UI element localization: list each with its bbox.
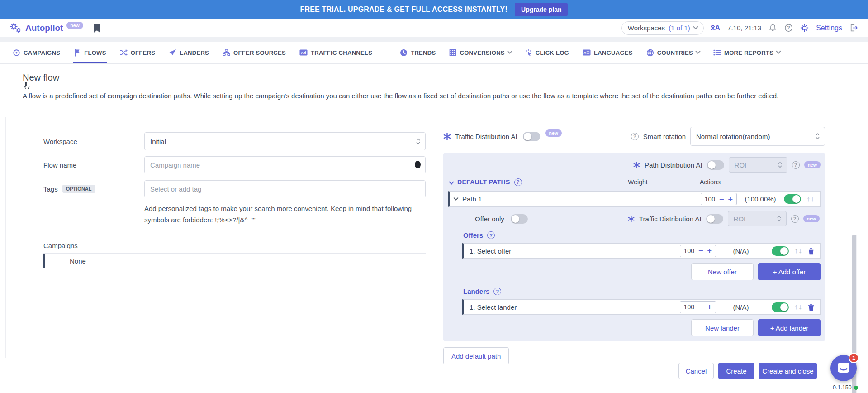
smart-rotation-select[interactable]: Normal rotation(random): [690, 127, 825, 146]
flow-form: Workspace Initial Flow name Tags OPTIONA…: [6, 117, 436, 358]
pda-help-icon[interactable]: ?: [792, 161, 800, 169]
move-up-icon[interactable]: ↑: [794, 247, 798, 254]
nav-item-traffic-channels[interactable]: Ad TRAFFIC CHANNELS: [299, 42, 372, 63]
path-distribution-ai-toggle[interactable]: [707, 160, 724, 170]
nav-item-campaigns[interactable]: CAMPAIGNS: [13, 42, 60, 63]
weight-value[interactable]: 100: [684, 247, 694, 254]
add-offer-button[interactable]: + Add offer: [758, 263, 821, 280]
nav-item-more-reports[interactable]: MORE REPORTS: [713, 42, 780, 63]
bookmark-icon[interactable]: [94, 24, 100, 33]
nav-item-offer-sources[interactable]: OFFER SOURCES: [223, 42, 286, 63]
nav-item-offers[interactable]: OFFERS: [120, 42, 156, 63]
app-logo[interactable]: Autopilot: [25, 23, 63, 33]
trial-banner-text: FREE TRIAL. UPGRADE & GET FULL ACCESS IN…: [300, 5, 508, 14]
pda-roi-select[interactable]: ROI: [729, 157, 787, 173]
move-up-icon[interactable]: ↑: [806, 195, 811, 203]
language-box-icon: A: [583, 49, 591, 56]
smart-rotation-help-icon[interactable]: ?: [631, 133, 639, 140]
offer-only-toggle[interactable]: [511, 214, 528, 224]
nav-divider: [386, 47, 386, 58]
workspace-select[interactable]: Initial: [144, 132, 426, 150]
logout-icon[interactable]: [849, 24, 858, 32]
traffic-distribution-ai-label: Traffic Distribution AI: [455, 133, 517, 140]
path-enabled-toggle[interactable]: [784, 194, 801, 204]
nav-item-trends[interactable]: TRENDS: [400, 42, 436, 63]
delete-lander-icon[interactable]: [808, 303, 815, 311]
default-paths-collapse-icon[interactable]: [449, 179, 454, 184]
traffic-distribution-ai-toggle[interactable]: [523, 132, 540, 141]
gear-icon[interactable]: [800, 24, 809, 32]
header-separator: [0, 37, 868, 42]
row-divider: [766, 301, 766, 313]
nav-item-flows[interactable]: FLOWS: [74, 42, 106, 63]
nav-item-conversions[interactable]: CONVERSIONS: [449, 42, 511, 63]
default-paths-help-icon[interactable]: ?: [514, 178, 522, 186]
new-offer-button[interactable]: New offer: [691, 263, 754, 280]
select-chevrons-icon: [778, 161, 783, 169]
paths-panel: Traffic Distribution AI new ? Smart rota…: [436, 117, 863, 358]
lander-weight-stepper[interactable]: 100 − +: [680, 301, 716, 313]
minus-button[interactable]: −: [719, 195, 724, 203]
lander-row-label[interactable]: 1. Select lander: [470, 303, 517, 311]
upgrade-plan-button[interactable]: Upgrade plan: [515, 3, 568, 16]
nav-item-landers[interactable]: LANDERS: [169, 42, 209, 63]
offer-row-label[interactable]: 1. Select offer: [470, 247, 511, 255]
move-down-icon[interactable]: ↓: [798, 303, 802, 311]
flow-editor: Workspace Initial Flow name Tags OPTIONA…: [5, 117, 863, 358]
move-down-icon[interactable]: ↓: [811, 195, 815, 203]
offer-weight-stepper[interactable]: 100 − +: [680, 245, 716, 257]
path-weight-stepper[interactable]: 100 − +: [701, 193, 737, 205]
help-circle-icon[interactable]: ?: [784, 24, 793, 32]
workspace-label: Workspace: [43, 138, 144, 145]
chat-widget-button[interactable]: 1: [830, 355, 857, 381]
path-tda-help-icon[interactable]: ?: [791, 215, 799, 223]
weight-value[interactable]: 100: [705, 196, 715, 203]
name-generator-dot-icon[interactable]: [415, 161, 421, 168]
minus-button[interactable]: −: [698, 247, 703, 255]
lander-enabled-toggle[interactable]: [772, 302, 789, 312]
offers-section: Offers ? 1. Select offer 100 − + (N/A): [462, 231, 821, 280]
move-down-icon[interactable]: ↓: [798, 247, 802, 254]
nav-item-click-log[interactable]: CLICK LOG: [525, 42, 569, 63]
optional-badge: OPTIONAL: [62, 185, 95, 193]
path-tda-toggle[interactable]: [706, 214, 723, 224]
smart-rotation-value: Normal rotation(random): [696, 133, 770, 140]
create-and-close-button[interactable]: Create and close: [759, 363, 817, 379]
new-lander-button[interactable]: New lander: [691, 319, 754, 336]
svg-text:A: A: [583, 51, 587, 55]
globe-icon: [646, 49, 654, 57]
chevron-down-icon: [693, 24, 698, 29]
offer-enabled-toggle[interactable]: [772, 246, 789, 256]
ai-sparkle-icon: [633, 162, 640, 168]
create-button[interactable]: Create: [718, 363, 754, 379]
landers-help-icon[interactable]: ?: [493, 288, 501, 295]
pda-roi-value: ROI: [735, 161, 747, 169]
plus-button[interactable]: +: [707, 303, 712, 311]
plus-button[interactable]: +: [728, 195, 733, 203]
flow-name-input[interactable]: [144, 156, 426, 173]
notifications-bell-icon[interactable]: [768, 24, 777, 32]
tags-input[interactable]: [144, 180, 426, 197]
clock-icon: [400, 49, 408, 57]
weight-value[interactable]: 100: [684, 303, 694, 311]
plus-button[interactable]: +: [707, 247, 712, 255]
nav-item-languages[interactable]: A LANGUAGES: [583, 42, 633, 63]
offers-help-icon[interactable]: ?: [487, 231, 495, 239]
trial-banner: FREE TRIAL. UPGRADE & GET FULL ACCESS IN…: [0, 0, 868, 19]
smart-rotation-label: Smart rotation: [643, 133, 686, 140]
add-lander-button[interactable]: + Add lander: [758, 319, 821, 336]
cancel-button[interactable]: Cancel: [678, 363, 714, 379]
main-nav: CAMPAIGNS FLOWS OFFERS LANDERS OFFER SOU…: [0, 42, 868, 64]
delete-offer-icon[interactable]: [808, 247, 815, 255]
status-dot-icon: [854, 386, 858, 390]
translate-icon[interactable]: x̄A: [711, 24, 720, 32]
workspaces-selector[interactable]: Workspaces (1 of 1): [621, 21, 704, 35]
minus-button[interactable]: −: [698, 303, 703, 311]
path-tda-roi-select[interactable]: ROI: [728, 211, 787, 226]
move-up-icon[interactable]: ↑: [794, 303, 798, 311]
landers-section: Landers ? 1. Select lander 100 − + (N/A): [462, 288, 821, 336]
path-collapse-icon[interactable]: [453, 195, 458, 200]
lander-weight-stat: (N/A): [721, 303, 760, 311]
settings-link[interactable]: Settings: [816, 24, 842, 32]
nav-item-countries[interactable]: COUNTRIES: [646, 42, 700, 63]
